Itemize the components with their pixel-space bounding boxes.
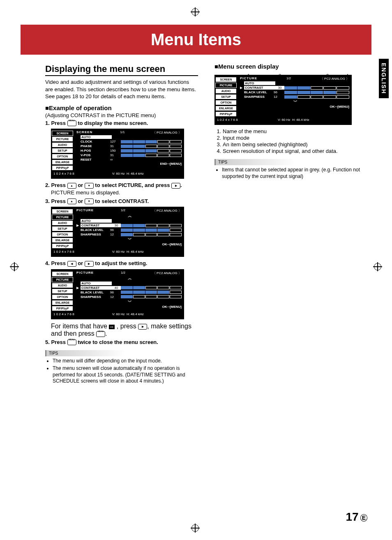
osd-tab: SCREEN [52,271,73,277]
osd-tab: SETUP [52,226,73,231]
osd-tab: AUDIO [215,88,237,94]
osd-input: 〈 PC2 ANALOG 〉 [152,208,182,213]
osd-tab: SETUP [52,288,73,294]
sub-heading: Example of operation [45,104,198,111]
osd-value: 12 [274,95,284,99]
osd-value: 96 [110,228,121,232]
osd-vfreq: V: 60 Hz [112,312,125,316]
osd-tab: OPTION [52,232,73,237]
step-4: Press ◀ or ▶ to adjust the setting. [45,260,198,267]
osd-vfreq: V: 60 Hz [112,172,125,175]
osd-value: 40 [112,286,121,290]
osd-value: 31 [110,153,121,157]
osd-item: AUTO [81,135,112,139]
osd-tab: ENLARGE [52,300,73,305]
osd-item: CLOCK [81,140,110,143]
legend-item: Input mode [223,135,367,141]
osd-tab: PICTURE [52,215,73,220]
legend-list: Name of the menu Input mode An item bein… [214,128,367,154]
step-2-after: PICTURE menu is displayed. [51,189,198,196]
osd-tab: SCREEN [215,77,237,82]
osd-value: 96 [274,90,284,94]
tip-item: The menu will differ depending on the in… [53,358,198,365]
osd-screenshot-3: SCREEN PICTURE AUDIO SETUP OPTION ENLARG… [51,269,184,319]
tip-item: Items that cannot be selected appear in … [222,167,367,180]
chevron-up-icon: ︽ [75,213,183,219]
language-tab: ENGLISH [379,59,389,98]
osd-resolution: 1 0 2 4 x 7 6 8 [53,312,74,316]
osd-value: 96 [110,291,121,294]
right-button-icon: ▶ [171,183,180,189]
print-registration-left [11,263,18,270]
osd-tab: ENLARGE [52,159,73,165]
osd-title: PICTURE [240,76,257,81]
step-3: Press ▲ or ▼ to select CONTRAST. [45,198,198,205]
tips-header: TIPS [214,159,295,165]
osd-tab: AUDIO [52,220,73,226]
osd-title: SCREEN [76,130,92,135]
osd-item: RESET [81,158,110,162]
osd-tab: PIP/PbyP [52,243,73,249]
osd-item: PHASE [81,144,110,148]
osd-title: PICTURE [76,271,94,275]
osd-screenshot-labeled: SCREEN PICTURE AUDIO SETUP OPTION ENLARG… [214,75,352,125]
osd-item-selected: CONTRAST [81,224,112,227]
step-1: Press to display the menu screen. [45,120,198,127]
osd-item: SHARPNESS [244,95,274,99]
osd-value: 30 [275,86,284,90]
osd-page: 1/2 [121,271,125,275]
osd-hfreq: H: 48.4 kHz [127,312,144,316]
chevron-down-icon: ︾ [238,99,351,105]
arrow-box-icon: ⇨ [109,325,115,329]
section-heading: Displaying the menu screen [45,64,198,76]
osd-item: BLACK LEVEL [81,228,110,232]
osd-tab: PIP/PbyP [52,306,73,311]
chevron-down-icon: ︾ [75,237,183,242]
tips-list: Items that cannot be selected appear in … [214,167,367,180]
print-registration-top [191,8,199,16]
osd-item: AUTO [81,282,112,285]
osd-page: 1/2 [286,76,291,81]
osd-tab: PIP/PbyP [52,165,73,171]
osd-hfreq: H: 48.4 kHz [292,118,309,122]
menu-button-icon [96,331,105,337]
osd-tab: PIP/PbyP [215,111,237,117]
step-4-after: For items that have ⇨ , press ▶, make se… [51,323,198,337]
left-column: Displaying the menu screen Video and aud… [41,59,206,385]
menu-button-icon [67,339,76,345]
osd-page: 1/1 [120,130,125,135]
osd-item: SHARPNESS [81,233,110,236]
osd-value: ⇨ [110,158,121,162]
osd-tab: SCREEN [52,209,73,214]
osd-tab: PICTURE [52,136,73,142]
osd-tab: ENLARGE [215,106,237,111]
intro-text: Video and audio adjustment and settings … [45,78,198,100]
down-button-icon: ▼ [85,198,94,204]
osd-item: V-POS [81,153,110,157]
down-button-icon: ▼ [85,183,94,189]
osd-tab: PICTURE [52,277,73,282]
osd-tab: AUDIO [52,283,73,288]
osd-value: 12 [110,233,121,236]
osd-resolution: 1 0 2 4 x 7 6 8 [53,172,74,175]
osd-item-selected: CONTRAST [81,286,112,290]
page-title-banner: Menu Items [21,25,371,55]
osd-vfreq: V: 60 Hz [112,250,125,254]
sub-heading: Menu screen display [214,63,367,70]
right-column: ENGLISH Menu screen display 1 3 2 4 SCRE… [206,59,371,385]
osd-item: BLACK LEVEL [81,291,110,294]
osd-input: 〈 PC2 ANALOG 〉 [152,130,182,135]
page-letter: E [360,514,367,522]
tips-header: TIPS [45,350,125,356]
step-2: Press ▲ or ▼ to select PICTURE, and pres… [45,182,198,196]
osd-screenshot-2: SCREEN PICTURE AUDIO SETUP OPTION ENLARG… [51,207,184,257]
osd-value: 31 [110,144,121,148]
osd-hfreq: H: 48.4 kHz [127,250,144,254]
legend-item: Name of the menu [223,128,367,134]
osd-item: H-POS [81,149,110,152]
up-button-icon: ▲ [67,198,76,204]
osd-item: AUTO [81,219,112,223]
print-registration-bottom [191,524,199,532]
osd-tab: OPTION [52,294,73,300]
osd-tab: ENLARGE [52,238,73,243]
